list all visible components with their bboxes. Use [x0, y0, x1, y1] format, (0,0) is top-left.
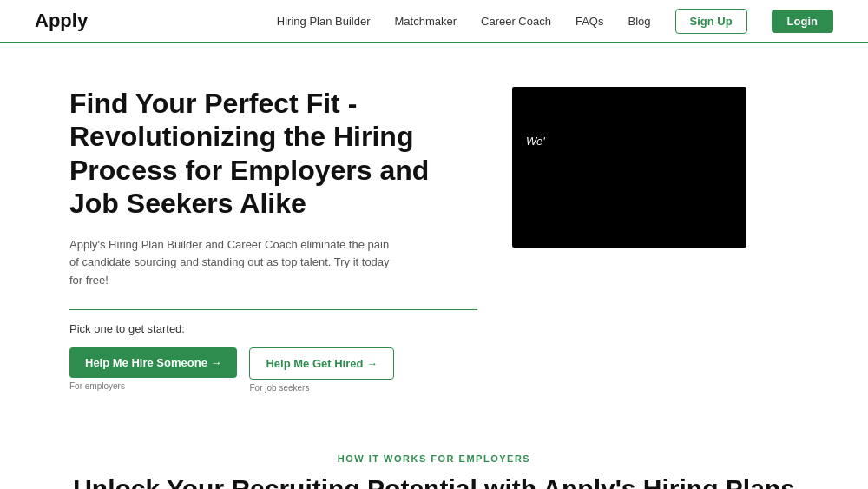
signup-button[interactable]: Sign Up	[675, 9, 747, 34]
nav-link-career-coach[interactable]: Career Coach	[481, 15, 551, 28]
get-hired-button[interactable]: Help Me Get Hired →	[249, 347, 394, 380]
hire-sub-label: For employers	[69, 381, 125, 391]
video-overlay-text: We'	[526, 135, 545, 148]
get-hired-cta-group: Help Me Get Hired → For job seekers	[249, 347, 394, 393]
logo: Apply	[35, 10, 88, 32]
hero-text-block: Find Your Perfect Fit - Revolutionizing …	[69, 87, 477, 393]
hero-section: Find Your Perfect Fit - Revolutionizing …	[0, 43, 868, 427]
hero-heading: Find Your Perfect Fit - Revolutionizing …	[69, 87, 477, 221]
hire-cta-group: Help Me Hire Someone → For employers	[69, 347, 237, 391]
login-button[interactable]: Login	[772, 10, 833, 33]
nav-link-matchmaker[interactable]: Matchmaker	[394, 15, 457, 28]
cta-buttons: Help Me Hire Someone → For employers Hel…	[69, 347, 477, 393]
nav-link-blog[interactable]: Blog	[628, 15, 650, 28]
section-heading: Unlock Your Recruiting Potential with Ap…	[52, 472, 816, 489]
nav-links: Hiring Plan Builder Matchmaker Career Co…	[277, 9, 833, 34]
navbar: Apply Hiring Plan Builder Matchmaker Car…	[0, 0, 868, 43]
section-tag: HOW IT WORKS FOR EMPLOYERS	[52, 453, 816, 464]
how-it-works-section: HOW IT WORKS FOR EMPLOYERS Unlock Your R…	[0, 427, 868, 489]
hero-divider	[69, 309, 477, 310]
get-hired-sub-label: For job seekers	[249, 383, 309, 393]
hero-video-placeholder: We'	[512, 87, 746, 248]
hero-subtext: Apply's Hiring Plan Builder and Career C…	[69, 236, 399, 290]
hire-button[interactable]: Help Me Hire Someone →	[69, 347, 237, 378]
nav-link-hiring-plan-builder[interactable]: Hiring Plan Builder	[277, 15, 371, 28]
nav-link-faqs[interactable]: FAQs	[575, 15, 604, 28]
pick-label: Pick one to get started:	[69, 322, 477, 335]
